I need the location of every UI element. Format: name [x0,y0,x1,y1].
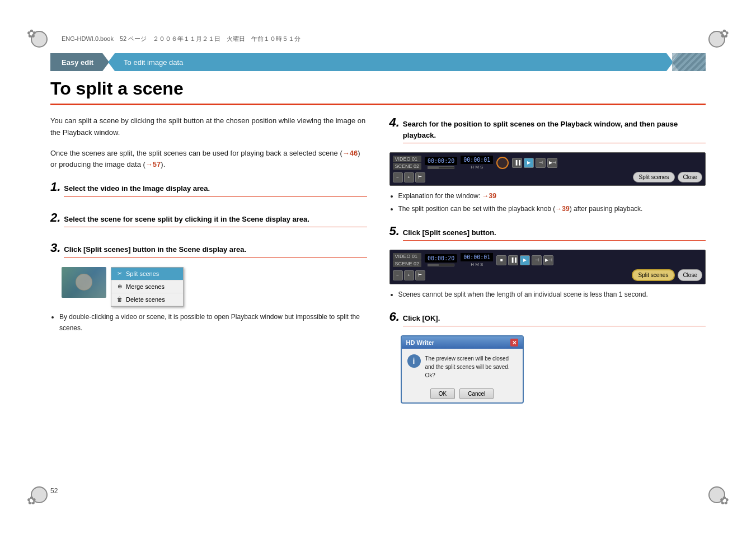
dialog-cancel-button[interactable]: Cancel [459,388,494,399]
merge-icon: ⊕ [116,283,124,291]
video-label-4: VIDEO 01 [393,156,422,162]
step-3-text: Click [Split scenes] button in the Scene… [64,244,367,258]
step-6-text: Click [OK]. [403,313,706,327]
mini-btn2-4[interactable]: + [404,172,414,182]
scene-label-5: SCENE 02 [393,260,422,267]
step-4-bullets: Explanation for the window: →39 The spli… [389,190,706,215]
step-4-number: 4. [389,115,400,130]
menu-item-merge-scenes[interactable]: ⊕ Merge scenes [111,280,183,293]
close-btn-5[interactable]: Close [678,269,702,281]
step-5: 5. Click [Split scenes] button. VIDEO 01… [389,224,706,301]
hms-label-5: H M S [471,262,483,267]
breadcrumb-easy-edit: Easy edit [50,53,109,71]
playback-controls-5: ■ ▐▐ ▶ ⊣ ▶⊣ [496,255,553,265]
intro-paragraph-1: You can split a scene by clicking the sp… [50,115,367,139]
mini-btn1-5[interactable]: − [393,270,403,280]
right-btn2-5[interactable]: ▶⊣ [543,255,553,265]
right-btn-4[interactable]: ⊣ [536,158,546,168]
menu-item-split-scenes[interactable]: ✂ Split scenes [111,268,183,280]
right-column: 4. Search for the position to split scen… [389,115,706,413]
scene-thumbnail [62,267,106,298]
step-6-number: 6. [389,310,400,324]
playback-knob-4[interactable] [496,157,509,169]
playback-controls-4: ▐▐ ▶ ⊣ ▶⊣ [512,158,557,168]
hd-writer-dialog: HD Writer ✕ i The preview screen will be… [401,335,524,404]
mini-btn2-5[interactable]: + [404,270,414,280]
play-btn-4[interactable]: ▶ [524,158,534,168]
intro-paragraph-2: Once the scenes are split, the split sce… [50,148,367,171]
thumb-figure [76,274,92,291]
file-info: ENG-HDWI.0.book 52 ページ ２００６年１１月２１日 火曜日 午… [62,35,300,43]
step-5-bullets: Scenes cannot be split when the length o… [389,289,706,300]
pause-btn-5[interactable]: ▐▐ [508,255,518,265]
dialog-ok-button[interactable]: OK [430,388,455,399]
step-4: 4. Search for the position to split scen… [389,115,706,215]
dialog-body: i The preview screen will be closed and … [402,349,523,385]
step-5-text: Click [Split scenes] button. [403,227,706,241]
dialog-footer: OK Cancel [402,385,523,402]
corner-icon-tr: ✿ [720,27,729,40]
mini-btn1-4[interactable]: − [393,172,403,182]
mini-btn3-5[interactable]: ⊢ [415,270,425,280]
step-2-text: Select the scene for scene split by clic… [64,214,367,228]
step-4-playback: VIDEO 01 SCENE 02 00:00:20 00:00:01 H M … [389,152,706,186]
step-4-bullet-2: The split position can be set with the p… [398,203,706,214]
right-btn1-5[interactable]: ⊣ [532,255,542,265]
split-scenes-btn-5[interactable]: Split scenes [632,269,675,281]
step-3-bullet-1: By double-clicking a video or scene, it … [59,311,367,334]
step-3-bullets: By double-clicking a video or scene, it … [50,311,367,334]
step-1-text: Select the video in the Image display ar… [64,183,367,197]
time-display-5: 00:00:20 [425,254,457,263]
time-display-4: 00:00:20 [425,157,457,165]
step-2-number: 2. [50,210,60,225]
playback-bottom-5: − + ⊢ Split scenes Close [393,269,703,281]
timecode-display-4: 00:00:01 [461,156,493,164]
main-content: To split a scene You can split a scene b… [50,78,706,484]
corner-icon-br: ✿ [720,494,729,507]
stop-btn-5[interactable]: ■ [496,255,506,265]
two-column-layout: You can split a scene by clicking the sp… [50,115,706,413]
step-4-bullet-1: Explanation for the window: →39 [398,190,706,202]
corner-icon-bl: ✿ [27,494,36,507]
corner-icon-tl: ✿ [27,27,36,40]
playback-bottom-4: − + ⊢ Split scenes Close [393,172,703,182]
dialog-info-icon: i [407,354,421,368]
dialog-title-bar: HD Writer ✕ [402,336,523,349]
dialog-title-text: HD Writer [406,339,435,346]
step-5-playback: VIDEO 01 SCENE 02 00:00:20 00:00:01 H M … [389,250,706,284]
breadcrumb: Easy edit To edit image data [50,53,706,71]
right-btn2-4[interactable]: ▶⊣ [547,158,557,168]
pause-btn-4[interactable]: ▐▐ [512,158,522,168]
hms-label-4: H M S [471,165,483,170]
step-3-number: 3. [50,241,60,255]
step-5-number: 5. [389,224,400,238]
step-2: 2. Select the scene for scene split by c… [50,210,367,232]
step-5-bullet-1: Scenes cannot be split when the length o… [398,289,706,300]
split-scenes-btn-4[interactable]: Split scenes [633,172,675,182]
dialog-message: The preview screen will be closed and th… [425,354,517,380]
menu-item-delete-scenes[interactable]: 🗑 Delete scenes [111,293,183,306]
step-4-text: Search for the position to split scenes … [403,119,706,143]
context-menu: ✂ Split scenes ⊕ Merge scenes 🗑 Delete s… [111,267,184,307]
dialog-close-button[interactable]: ✕ [510,339,518,346]
step-3: 3. Click [Split scenes] button in the Sc… [50,241,367,334]
delete-icon: 🗑 [116,296,124,303]
mini-btn3-4[interactable]: ⊢ [415,172,425,182]
timecode-display-5: 00:00:01 [461,253,493,261]
play-btn-5[interactable]: ▶ [520,255,530,265]
left-column: You can split a scene by clicking the sp… [50,115,367,413]
video-label-5: VIDEO 01 [393,253,422,260]
step-1-number: 1. [50,180,60,194]
breadcrumb-edit-image: To edit image data [108,53,673,71]
scene-label-4: SCENE 02 [393,163,422,170]
decorative-stripes [672,53,706,71]
mini-controls-5: − + ⊢ [393,270,425,280]
mini-controls-4: − + ⊢ [393,172,425,182]
page-title: To split a scene [50,78,706,105]
step-1: 1. Select the video in the Image display… [50,180,367,202]
step-6: 6. Click [OK]. HD Writer ✕ i The preview… [389,310,706,404]
close-btn-4[interactable]: Close [678,172,702,182]
split-icon: ✂ [116,270,124,278]
page-number: 52 [50,487,58,495]
step-3-visual: ✂ Split scenes ⊕ Merge scenes 🗑 Delete s… [62,267,367,307]
